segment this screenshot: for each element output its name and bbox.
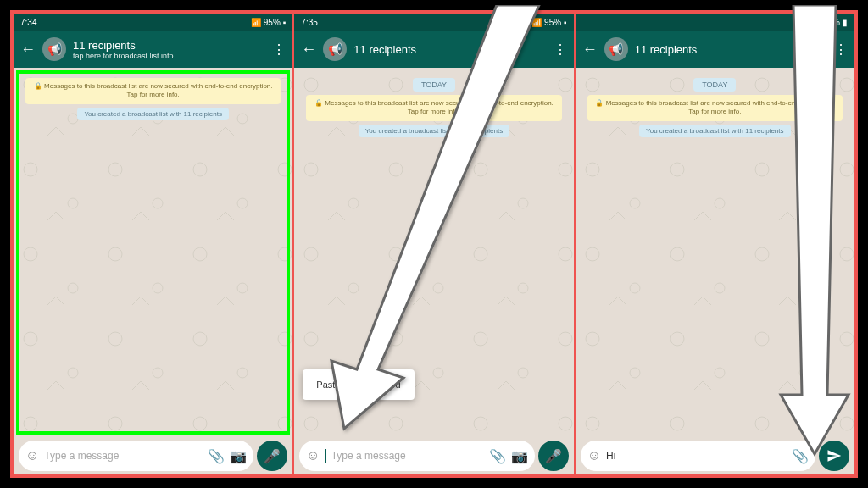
chat-body[interactable]: Messages to this broadcast list are now …: [14, 68, 292, 437]
attach-icon[interactable]: 📎: [792, 448, 809, 464]
back-icon[interactable]: ←: [20, 41, 36, 58]
emoji-icon[interactable]: ☺: [25, 448, 39, 463]
status-right: 📶 100% ▮: [805, 18, 848, 27]
header-text[interactable]: 11 recipients tap here for broadcast lis…: [73, 39, 265, 60]
status-bar: 📶 100% ▮: [576, 14, 854, 30]
status-bar: 7:34 📶 95% ▪: [14, 14, 292, 30]
created-chip: You created a broadcast list with 11 rec…: [77, 108, 228, 120]
emoji-icon[interactable]: ☺: [306, 448, 320, 463]
encryption-banner[interactable]: Messages to this broadcast list are now …: [587, 95, 843, 121]
chat-title: 11 recipients: [353, 43, 546, 56]
status-time: 7:34: [20, 18, 36, 27]
message-input-container[interactable]: ☺ 📎 📷: [19, 441, 253, 471]
status-right: 📶 95% ▪: [251, 18, 287, 27]
chat-title: 11 recipients: [73, 39, 265, 52]
chat-header: ← 📢 11 recipients tap here for broadcast…: [14, 30, 292, 68]
camera-icon[interactable]: 📷: [511, 448, 528, 464]
chat-subtitle: tap here for broadcast list info: [73, 52, 265, 60]
chat-body[interactable]: TODAY Messages to this broadcast list ar…: [576, 68, 854, 437]
input-bar: ☺ 📎 📷 🎤: [14, 437, 292, 474]
screen-3: 📶 100% ▮ ← 📢 11 recipients ⋮ TODAY Messa…: [576, 14, 854, 474]
date-chip: TODAY: [413, 78, 455, 92]
camera-icon[interactable]: 📷: [230, 448, 247, 464]
encryption-banner[interactable]: Messages to this broadcast list are now …: [306, 95, 561, 121]
status-time: 7:35: [301, 18, 317, 27]
message-input[interactable]: [606, 450, 787, 462]
screen-1: 7:34 📶 95% ▪ ← 📢 11 recipients tap here …: [14, 14, 292, 474]
header-text[interactable]: 11 recipients: [635, 43, 827, 56]
message-input-container[interactable]: ☺ 📎 📷: [299, 441, 534, 471]
mic-button[interactable]: 🎤: [257, 441, 287, 471]
menu-icon[interactable]: ⋮: [834, 42, 848, 58]
message-input[interactable]: [331, 450, 484, 462]
screen-2: 7:35 📶 95% ▪ ← 📢 11 recipients ⋮ TODAY M…: [294, 14, 573, 474]
input-bar: ☺ 📎: [576, 437, 854, 474]
encryption-banner[interactable]: Messages to this broadcast list are now …: [25, 78, 281, 104]
chat-header: ← 📢 11 recipients ⋮: [294, 30, 573, 68]
context-menu: Paste Clipboard: [303, 369, 414, 400]
send-icon: [826, 448, 842, 463]
menu-icon[interactable]: ⋮: [554, 42, 567, 58]
mic-button[interactable]: 🎤: [538, 441, 569, 471]
created-chip: You created a broadcast list with 11 rec…: [639, 125, 790, 137]
broadcast-avatar-icon[interactable]: 📢: [604, 37, 628, 61]
message-input-container[interactable]: ☺ 📎: [581, 441, 815, 471]
date-chip: TODAY: [693, 78, 736, 92]
clipboard-option[interactable]: Clipboard: [350, 376, 410, 393]
message-input[interactable]: [44, 450, 203, 462]
chat-title: 11 recipients: [635, 43, 827, 56]
emoji-icon[interactable]: ☺: [587, 448, 601, 463]
status-right: 📶 95% ▪: [531, 18, 567, 27]
chat-body[interactable]: TODAY Messages to this broadcast list ar…: [294, 68, 573, 437]
send-button[interactable]: [819, 441, 849, 471]
back-icon[interactable]: ←: [301, 41, 316, 58]
header-text[interactable]: 11 recipients: [353, 43, 546, 56]
paste-option[interactable]: Paste: [306, 376, 350, 393]
tutorial-container: 7:34 📶 95% ▪ ← 📢 11 recipients tap here …: [10, 10, 858, 478]
input-bar: ☺ 📎 📷 🎤: [294, 437, 573, 474]
attach-icon[interactable]: 📎: [489, 448, 506, 464]
created-chip: You created a broadcast list with 11 rec…: [359, 125, 509, 137]
highlight-annotation: [16, 70, 290, 435]
text-cursor: [326, 449, 326, 463]
status-bar: 7:35 📶 95% ▪: [294, 14, 573, 30]
menu-icon[interactable]: ⋮: [272, 42, 286, 58]
broadcast-avatar-icon[interactable]: 📢: [42, 37, 66, 61]
broadcast-avatar-icon[interactable]: 📢: [323, 37, 347, 61]
attach-icon[interactable]: 📎: [208, 448, 225, 464]
back-icon[interactable]: ←: [582, 41, 598, 58]
chat-header: ← 📢 11 recipients ⋮: [576, 30, 854, 68]
